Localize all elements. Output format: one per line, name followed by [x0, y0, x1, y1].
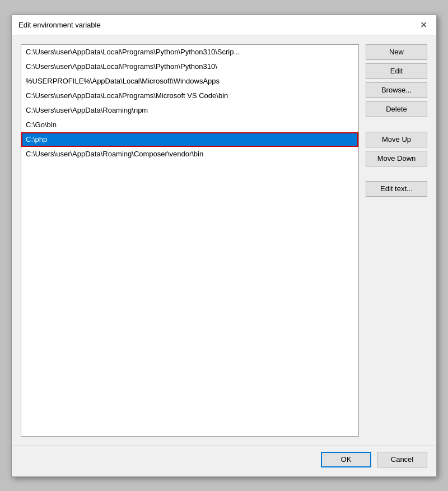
spacer-1	[366, 121, 427, 128]
list-item[interactable]: C:\php	[21, 132, 358, 147]
move-down-button[interactable]: Move Down	[366, 151, 427, 166]
dialog-footer: OK Cancel	[12, 446, 436, 476]
cancel-button[interactable]: Cancel	[377, 452, 427, 467]
env-variable-list[interactable]: C:\Users\user\AppData\Local\Programs\Pyt…	[21, 44, 359, 437]
close-button[interactable]: ✕	[417, 18, 430, 31]
list-item[interactable]: C:\Go\bin	[21, 118, 358, 132]
list-item[interactable]: C:\Users\user\AppData\Local\Programs\Mic…	[21, 89, 358, 103]
title-bar: Edit environment variable ✕	[12, 15, 436, 35]
list-item[interactable]: %USERPROFILE%\AppData\Local\Microsoft\Wi…	[21, 74, 358, 89]
edit-text-button[interactable]: Edit text...	[366, 181, 427, 197]
edit-button[interactable]: Edit	[366, 63, 427, 79]
move-up-button[interactable]: Move Up	[366, 132, 427, 147]
dialog-body: C:\Users\user\AppData\Local\Programs\Pyt…	[12, 35, 436, 446]
ok-button[interactable]: OK	[321, 452, 371, 467]
buttons-panel: New Edit Browse... Delete Move Up Move D…	[366, 44, 427, 437]
list-item[interactable]: C:\Users\user\AppData\Roaming\npm	[21, 103, 358, 118]
list-item[interactable]: C:\Users\user\AppData\Roaming\Composer\v…	[21, 147, 358, 161]
edit-env-variable-dialog: Edit environment variable ✕ C:\Users\use…	[11, 15, 437, 477]
new-button[interactable]: New	[366, 44, 427, 60]
spacer-2	[366, 170, 427, 178]
list-item[interactable]: C:\Users\user\AppData\Local\Programs\Pyt…	[21, 45, 358, 59]
delete-button[interactable]: Delete	[366, 101, 427, 117]
browse-button[interactable]: Browse...	[366, 82, 427, 98]
dialog-title: Edit environment variable	[18, 21, 101, 29]
list-item[interactable]: C:\Users\user\AppData\Local\Programs\Pyt…	[21, 59, 358, 74]
